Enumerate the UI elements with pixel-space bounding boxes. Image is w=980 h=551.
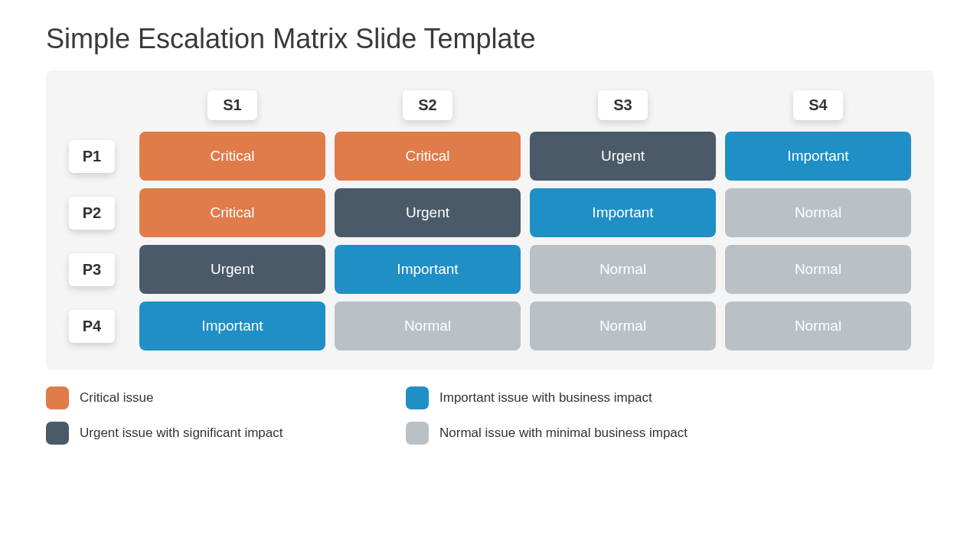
cell-p4-s1: Important — [139, 302, 325, 350]
col-header-s2: S2 — [403, 90, 452, 120]
cell-p3-s1: Urgent — [139, 245, 325, 294]
col-header-s4: S4 — [793, 90, 842, 120]
cell-p3-s4: Normal — [725, 245, 911, 294]
legend-item-urgent: Urgent issue with significant impact — [46, 422, 375, 445]
legend-item-normal: Normal issue with minimal business impac… — [406, 422, 735, 445]
row-header-p1: P1 — [69, 140, 115, 173]
cell-p1-s4: Important — [725, 132, 911, 181]
cell-p4-s2: Normal — [335, 302, 521, 350]
legend-item-important: Important issue with business impact — [406, 386, 735, 409]
col-header-s1: S1 — [207, 90, 256, 120]
cell-p4-s4: Normal — [725, 302, 911, 350]
cell-p1-s1: Critical — [139, 132, 325, 181]
escalation-matrix: S1 S2 S3 S4 P1 Critical Critical Urgent … — [69, 86, 911, 350]
cell-p2-s1: Critical — [139, 188, 325, 237]
legend-item-critical: Critical issue — [46, 386, 375, 409]
cell-p1-s2: Critical — [335, 132, 521, 181]
legend: Critical issue Important issue with busi… — [46, 386, 735, 445]
swatch-normal — [406, 422, 429, 445]
row-header-p4: P4 — [69, 310, 115, 343]
cell-p3-s2: Important — [335, 245, 521, 294]
col-header-s3: S3 — [598, 90, 647, 120]
cell-p3-s3: Normal — [530, 245, 716, 294]
cell-p2-s4: Normal — [725, 188, 911, 237]
cell-p2-s2: Urgent — [335, 188, 521, 237]
row-header-p2: P2 — [69, 197, 115, 230]
legend-label: Important issue with business impact — [439, 390, 652, 406]
legend-label: Normal issue with minimal business impac… — [439, 425, 688, 441]
legend-label: Urgent issue with significant impact — [80, 425, 283, 441]
legend-label: Critical issue — [80, 390, 153, 406]
swatch-urgent — [46, 422, 69, 445]
cell-p4-s3: Normal — [530, 302, 716, 350]
swatch-important — [406, 386, 429, 409]
cell-p2-s3: Important — [530, 188, 716, 237]
row-header-p3: P3 — [69, 253, 115, 286]
slide-title: Simple Escalation Matrix Slide Template — [46, 23, 934, 55]
cell-p1-s3: Urgent — [530, 132, 716, 181]
swatch-critical — [46, 386, 69, 409]
matrix-container: S1 S2 S3 S4 P1 Critical Critical Urgent … — [46, 70, 934, 370]
